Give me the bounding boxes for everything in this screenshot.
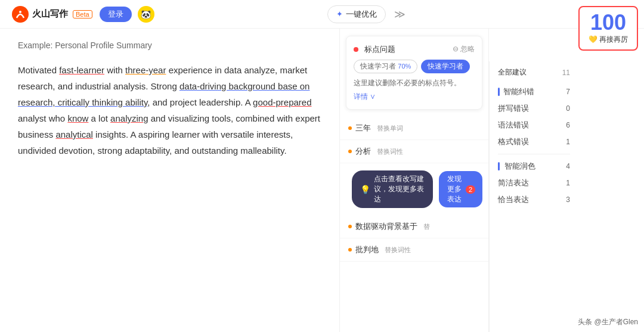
- bottom-suggestion-row: 💡 点击查看改写建议，发现更多表达 发现更多表达 2: [340, 163, 488, 215]
- text-analyst: analyst who: [18, 113, 67, 123]
- simple-suggestion-1[interactable]: 三年 替换单词: [340, 117, 488, 140]
- doc-content: Motivated fast-learner with three-year e…: [18, 62, 321, 159]
- sidebar-item-format[interactable]: 格式错误 1: [498, 134, 570, 150]
- score-box: 100 💛 再接再厉: [578, 6, 638, 51]
- text-good-prepared[interactable]: good-prepared: [253, 97, 311, 107]
- text-fast-learner[interactable]: fast-learner: [59, 65, 104, 75]
- card-options: 快速学习者 70% 快速学习者: [354, 60, 475, 73]
- text-analytical[interactable]: analytical: [55, 129, 93, 139]
- card-dot: [354, 47, 358, 52]
- suggestion-type: 替: [423, 222, 430, 231]
- tooltip-text: 点击查看改写建议，发现更多表达: [374, 174, 425, 204]
- card-detail-link[interactable]: 详情 ∨: [354, 92, 475, 102]
- suggestion-label: 分析: [355, 146, 371, 157]
- svg-point-1: [19, 11, 21, 13]
- dot-icon: [348, 225, 352, 228]
- simple-suggestion-3[interactable]: 数据驱动背景基于 替: [340, 215, 488, 238]
- logo-icon: [12, 6, 29, 23]
- simple-suggestion-4[interactable]: 批判地 替换词性: [340, 238, 488, 262]
- suggestions-panel: 标点问题 ⊖ 忽略 快速学习者 70% 快速学习者 这里建议删除不必要的标点符号…: [340, 29, 489, 332]
- sidebar-item-grammar[interactable]: 语法错误 6: [498, 117, 570, 134]
- ignore-button[interactable]: ⊖ 忽略: [453, 44, 475, 54]
- sidebar-item-smart-correct[interactable]: 智能纠错 7: [498, 83, 570, 100]
- sidebar-appropriate-label: 恰当表达: [498, 194, 529, 205]
- tooltip-bubble: 💡 点击查看改写建议，发现更多表达: [352, 170, 433, 208]
- sidebar-item-spelling[interactable]: 拼写错误 0: [498, 100, 570, 117]
- sidebar-smart-correct-label: 智能纠错: [498, 86, 534, 97]
- sidebar-divider: [498, 154, 570, 154]
- sidebar-smart-color-count: 4: [566, 162, 570, 170]
- sidebar-all-text: 全部建议: [498, 67, 527, 77]
- score-number: 100: [590, 12, 626, 33]
- text-motivated: Motivated: [18, 65, 59, 75]
- card-header: 标点问题 ⊖ 忽略: [354, 44, 475, 55]
- option-tag-active[interactable]: 快速学习者: [421, 60, 470, 73]
- editor-area: Example: Personal Profile Summary Motiva…: [0, 29, 340, 332]
- text-with: with: [104, 65, 125, 75]
- sidebar-spelling-count: 0: [566, 104, 570, 113]
- text-three-year[interactable]: three-year: [125, 65, 166, 75]
- more-button[interactable]: ≫: [392, 8, 408, 21]
- card-header-left: 标点问题: [354, 44, 395, 55]
- sidebar-all-label: 全部建议 11: [498, 67, 570, 77]
- dot-icon: [348, 150, 352, 153]
- suggestion-type: 替换词性: [377, 147, 403, 156]
- sidebar-smart-correct-count: 7: [566, 88, 570, 96]
- suggestion-type: 替换词性: [385, 246, 411, 255]
- sidebar-format-count: 1: [566, 138, 570, 146]
- bulb-icon: 💡: [360, 185, 370, 194]
- suggestion-label: 数据驱动背景基于: [355, 221, 417, 232]
- sidebar-item-concise[interactable]: 简洁表达 1: [498, 175, 570, 191]
- sidebar-grammar-label: 语法错误: [498, 120, 529, 131]
- option-tag-original[interactable]: 快速学习者 70%: [354, 60, 417, 73]
- sidebar-appropriate-count: 3: [566, 196, 570, 204]
- star-icon: ✦: [336, 10, 343, 18]
- logo-text: 火山写作: [32, 8, 68, 20]
- discover-badge: 2: [466, 185, 475, 194]
- sidebar-grammar-count: 6: [566, 121, 570, 129]
- beta-badge: Beta: [73, 10, 92, 18]
- suggestion-label: 三年: [355, 123, 371, 134]
- header: 火山写作 Beta 登录 🐼 ✦ 一键优化 ≫ 全部建议 11: [0, 0, 644, 29]
- optimize-label: 一键优化: [346, 9, 377, 20]
- card-description: 这里建议删除不必要的标点符号。: [354, 78, 475, 88]
- card-title: 标点问题: [364, 45, 395, 54]
- text-know[interactable]: know: [67, 113, 88, 123]
- optimize-button[interactable]: ✦ 一键优化: [327, 5, 386, 23]
- right-sidebar: 全部建议 11 智能纠错 7 拼写错误 0 语法错误 6 格式错误 1 智能润色: [489, 61, 578, 332]
- sidebar-item-appropriate[interactable]: 恰当表达 3: [498, 191, 570, 208]
- simple-suggestion-2[interactable]: 分析 替换词性: [340, 140, 488, 163]
- login-button[interactable]: 登录: [100, 7, 132, 22]
- main-content: Example: Personal Profile Summary Motiva…: [0, 29, 644, 332]
- text-a-lot: a lot: [88, 113, 110, 123]
- suggestion-label: 批判地: [355, 244, 379, 255]
- suggestion-card-punctuation: 标点问题 ⊖ 忽略 快速学习者 70% 快速学习者 这里建议删除不必要的标点符号…: [346, 36, 482, 110]
- doc-title: Example: Personal Profile Summary: [18, 41, 321, 50]
- bar-icon: [498, 88, 500, 96]
- dot-icon: [348, 126, 352, 130]
- smartcolor-bar-icon: [498, 162, 500, 170]
- sidebar-concise-label: 简洁表达: [498, 178, 529, 188]
- suggestion-type: 替换单词: [377, 124, 403, 133]
- watermark: 头条 @生产者Glen: [578, 317, 638, 327]
- dot-icon: [348, 248, 352, 252]
- score-label: 💛 再接再厉: [589, 35, 628, 45]
- sidebar-all-count: 11: [562, 69, 570, 77]
- text-analyzing[interactable]: analyzing: [110, 113, 148, 123]
- sidebar-concise-count: 1: [566, 179, 570, 187]
- text-and-project: , and project leadership. A: [147, 97, 253, 107]
- sidebar-format-label: 格式错误: [498, 136, 529, 147]
- discover-button[interactable]: 发现更多表达 2: [439, 171, 482, 207]
- discover-label: 发现更多表达: [446, 174, 463, 204]
- avatar: 🐼: [138, 6, 154, 23]
- sidebar-spelling-label: 拼写错误: [498, 103, 529, 114]
- header-center: ✦ 一键优化 ≫: [154, 5, 581, 23]
- sidebar-item-smart-color[interactable]: 智能润色 4: [498, 158, 570, 175]
- sidebar-smart-color-label: 智能润色: [498, 161, 535, 172]
- logo-area: 火山写作 Beta: [12, 6, 92, 23]
